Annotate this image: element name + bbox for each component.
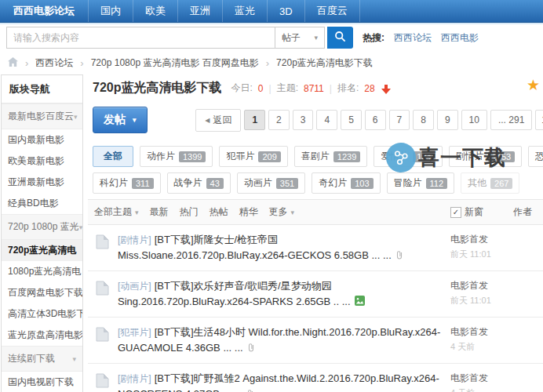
forum-header: 720p蓝光高清电影下载 今日: 0 | 主题: 8711 | 排名: 28 ★ [88, 74, 543, 103]
chevron-down-icon: ▾ [314, 34, 318, 42]
sidebar-item-domestic-latest[interactable]: 国内最新电影 [2, 129, 82, 151]
topics-count: 8711 [304, 83, 324, 94]
thread-title-link[interactable]: [BT下载]斯隆女士/枪狂帝国 Miss.Sloane.2016.720p.Bl… [118, 234, 392, 261]
category-filter[interactable]: 动画片 351 [237, 172, 305, 194]
category-filter[interactable]: 喜剧片 1239 [294, 146, 367, 167]
topics-label: 主题: [277, 82, 298, 95]
sidebar-group-latest-baiduyun[interactable]: 最新电影百度云 ▾ [2, 103, 82, 129]
favorite-star-icon[interactable]: ★ [527, 76, 540, 94]
sidebar-group-label: 720p 1080p 蓝光 [8, 220, 79, 234]
page-button[interactable]: 8 [413, 110, 434, 130]
thread-scope-dropdown[interactable]: 全部主题 ▾ [94, 205, 139, 219]
nav-item-bluray[interactable]: 蓝光 [223, 0, 268, 22]
page-button-last[interactable]: ... 291 [490, 110, 532, 130]
search-scope-select[interactable]: 帖子 ▾ [275, 27, 325, 49]
open-new-window-toggle[interactable]: ✓ 新窗 [450, 205, 483, 219]
today-label: 今日: [231, 82, 252, 95]
sort-link-digest[interactable]: 精华 [239, 205, 258, 219]
nav-item-western[interactable]: 欧美 [133, 0, 178, 22]
sidebar-item-720p-bluray[interactable]: 720p蓝光高清电 [2, 240, 82, 261]
thread-author[interactable]: 电影首发 [450, 279, 543, 292]
hot-search-link[interactable]: 西西论坛 [394, 31, 432, 45]
file-icon [96, 281, 109, 298]
watermark-share-icon [386, 143, 416, 172]
sidebar-item-western-latest[interactable]: 欧美最新电影 [2, 151, 82, 172]
chevron-down-icon: ▾ [291, 209, 295, 216]
sidebar-item-baidu-pan[interactable]: 百度网盘电影下载 [2, 282, 82, 303]
watermark-text: 喜一下载 [418, 143, 506, 172]
thread-time: 4 天前 [450, 341, 543, 353]
category-label: 奇幻片 [319, 176, 347, 190]
new-post-button[interactable]: 发帖 ▾ [93, 107, 148, 133]
sidebar-item-bluray-original[interactable]: 蓝光原盘高清电影 [2, 325, 82, 346]
search-input[interactable] [6, 27, 280, 49]
sidebar-item-asia-latest[interactable]: 亚洲最新电影 [2, 172, 82, 193]
page-button[interactable]: 2 [268, 110, 290, 130]
category-filter[interactable]: 科幻片 311 [93, 172, 161, 194]
category-count-badge: 1399 [179, 151, 206, 162]
category-filter[interactable]: 战争片 43 [167, 172, 231, 194]
thread-title-link[interactable]: [BT下载]欢乐好声音/歌唱秀/星梦动物园 Sing.2016.720p.Blu… [118, 280, 351, 307]
site-logo[interactable]: 西西电影论坛 [0, 0, 89, 22]
category-filter-all[interactable]: 全部 [93, 146, 133, 167]
page-button[interactable]: 9 [437, 110, 458, 130]
category-filter[interactable]: 奇幻片 103 [312, 172, 380, 194]
page-button[interactable]: 5 [341, 110, 362, 130]
search-bar: 帖子 ▾ 热搜: 西西论坛 西西电影 [0, 24, 543, 53]
thread-list-toolbar: 全部主题 ▾ 最新 热门 热帖 精华 更多 ▾ ✓ 新窗 作者 [88, 199, 543, 225]
category-filter[interactable]: 动作片 1399 [140, 146, 213, 167]
thread-row: [剧情片][BT下载]旷野孤雏2 Against.the.Wild.2.2016… [88, 364, 543, 392]
thread-category-tag[interactable]: [剧情片] [118, 234, 151, 245]
sidebar-group-tv-series[interactable]: 连续剧下载 ▾ [2, 346, 82, 372]
search-button[interactable] [327, 27, 353, 49]
hot-search-link[interactable]: 西西电影 [441, 31, 479, 45]
page-button[interactable]: 6 [365, 110, 386, 130]
page-button[interactable]: 4 [316, 110, 337, 130]
category-filter[interactable]: 犯罪片 209 [219, 146, 287, 167]
page-button[interactable]: 10 [461, 110, 487, 130]
thread-author[interactable]: 电影首发 [450, 233, 543, 246]
thread-author[interactable]: 电影首发 [450, 372, 543, 385]
page-button-current[interactable]: 1 [244, 110, 265, 130]
sidebar-group-label: 最新电影百度云 [8, 110, 74, 123]
sidebar-title: 版块导航 [2, 75, 82, 103]
thread-title-link[interactable]: [BT下载]旷野孤雏2 Against.the.Wild.2.2016.720p… [118, 372, 439, 392]
sidebar-item-3d-movies[interactable]: 高清立体3D电影下 [2, 303, 82, 325]
thread-category-tag[interactable]: [犯罪片] [118, 327, 151, 338]
nav-item-3d[interactable]: 3D [268, 0, 305, 22]
sort-link-hot[interactable]: 热门 [180, 205, 199, 219]
sidebar-item-classic-bd[interactable]: 经典BD电影 [2, 193, 82, 214]
category-label: 动作片 [147, 150, 175, 163]
breadcrumb-item[interactable]: 720p蓝光高清电影下载 [276, 56, 373, 70]
hot-search: 热搜: 西西论坛 西西电影 [363, 27, 479, 49]
new-post-label: 发帖 [104, 113, 126, 127]
sort-more-dropdown[interactable]: 更多 ▾ [269, 205, 295, 219]
breadcrumb-item[interactable]: 720p 1080p 蓝光高清电影 百度网盘电影 [91, 56, 259, 70]
sort-link-hot-posts[interactable]: 热帖 [210, 205, 228, 219]
category-filter[interactable]: 恐怖片 508 [528, 146, 543, 167]
category-filter[interactable]: 冒险片 112 [387, 172, 455, 194]
thread-category-tag[interactable]: [动画片] [118, 281, 151, 292]
sidebar-item-1080p-bluray[interactable]: 1080p蓝光高清电 [2, 261, 82, 282]
nav-item-baiduyun[interactable]: 百度云 [305, 0, 360, 22]
thread-category-tag[interactable]: [剧情片] [118, 373, 151, 384]
thread-title-link[interactable]: [BT下载]生活48小时 Wild.for.the.Night.2016.720… [118, 326, 440, 354]
watermark: 喜一下载 [386, 143, 506, 172]
thread-author[interactable]: 电影首发 [450, 325, 543, 339]
home-icon[interactable] [8, 57, 18, 69]
main-content: 720p蓝光高清电影下载 今日: 0 | 主题: 8711 | 排名: 28 ★… [88, 74, 543, 392]
breadcrumb-item[interactable]: 西西论坛 [35, 56, 73, 70]
back-button[interactable]: ◀ 返回 [195, 109, 241, 132]
nav-item-asia[interactable]: 亚洲 [178, 0, 223, 22]
page-button[interactable]: 7 [389, 110, 410, 130]
category-count-badge: 103 [351, 178, 373, 189]
nav-item-domestic[interactable]: 国内 [89, 0, 133, 22]
sidebar-group-720p-1080p[interactable]: 720p 1080p 蓝光 ▾ [2, 214, 82, 240]
page-jump-input[interactable]: 1 [535, 110, 543, 130]
attachment-icon [247, 343, 255, 354]
page-button[interactable]: 3 [293, 110, 314, 130]
category-filter[interactable]: 其他 267 [461, 172, 519, 194]
sidebar-item-domestic-tv[interactable]: 国内电视剧下载 [2, 372, 82, 392]
sort-link-latest[interactable]: 最新 [150, 205, 169, 219]
sidebar-forum-nav: 版块导航 最新电影百度云 ▾ 国内最新电影 欧美最新电影 亚洲最新电影 经典BD… [1, 74, 83, 392]
